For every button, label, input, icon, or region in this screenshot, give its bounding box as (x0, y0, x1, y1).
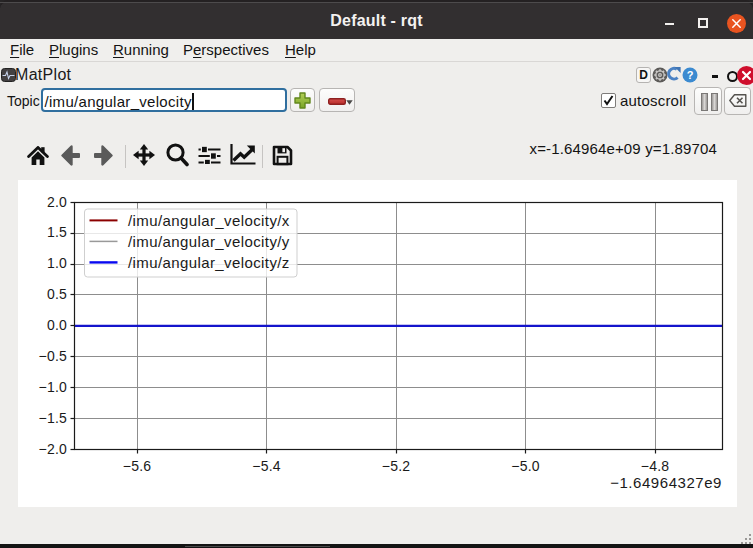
svg-text:−5.2: −5.2 (382, 458, 410, 474)
svg-text:0.5: 0.5 (47, 286, 67, 302)
svg-text:−5.0: −5.0 (511, 458, 539, 474)
svg-text:2.0: 2.0 (47, 194, 67, 210)
svg-text:−4.8: −4.8 (641, 458, 669, 474)
svg-text:−5.6: −5.6 (123, 458, 151, 474)
svg-text:/imu/angular_velocity/y: /imu/angular_velocity/y (128, 233, 290, 250)
svg-text:/imu/angular_velocity/z: /imu/angular_velocity/z (128, 254, 290, 271)
svg-text:?: ? (687, 69, 694, 81)
svg-text:−1.64964327e9: −1.64964327e9 (610, 474, 722, 491)
svg-text:−2.0: −2.0 (39, 441, 67, 457)
svg-text:−5.4: −5.4 (252, 458, 280, 474)
svg-text:0.0: 0.0 (47, 317, 67, 333)
svg-text:/imu/angular_velocity/x: /imu/angular_velocity/x (128, 212, 290, 229)
svg-text:−0.5: −0.5 (39, 348, 67, 364)
svg-text:1.5: 1.5 (47, 224, 67, 240)
svg-text:−1.5: −1.5 (39, 410, 67, 426)
svg-text:−1.0: −1.0 (39, 379, 67, 395)
svg-text:1.0: 1.0 (47, 255, 67, 271)
